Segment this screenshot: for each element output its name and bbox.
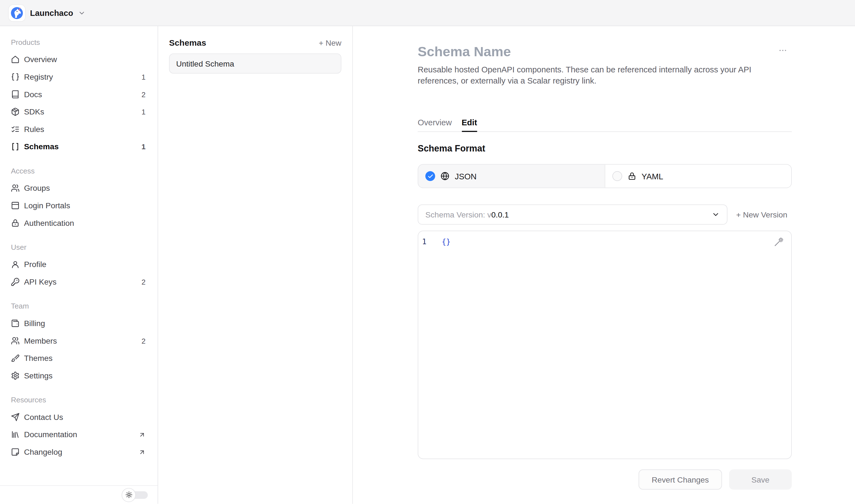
sidebar-item-label: Overview — [24, 55, 57, 64]
wallet-icon — [11, 319, 19, 327]
sidebar-section-resources: Resources Contact Us Documentation Chang… — [11, 391, 146, 461]
ellipsis-icon — [778, 46, 787, 55]
sidebar-item-sdks[interactable]: SDKs 1 — [11, 103, 146, 121]
count-badge: 1 — [141, 73, 146, 81]
panel-top-icon — [11, 201, 19, 210]
sidebar-item-label: Changelog — [24, 448, 62, 456]
revert-changes-button[interactable]: Revert Changes — [639, 469, 722, 489]
sidebar-item-label: Billing — [24, 319, 45, 327]
workspace-switcher[interactable]: Launchaco — [8, 5, 86, 21]
topbar: Launchaco — [0, 0, 855, 26]
key-icon — [11, 277, 19, 286]
save-button[interactable]: Save — [729, 469, 792, 489]
sidebar-item-groups[interactable]: Groups — [11, 179, 146, 197]
lock-icon — [627, 172, 636, 180]
section-label: User — [11, 238, 146, 256]
theme-toggle[interactable] — [122, 488, 148, 502]
sidebar-item-label: Rules — [24, 125, 44, 133]
sidebar-item-docs[interactable]: Docs 2 — [11, 86, 146, 103]
sidebar-item-themes[interactable]: Themes — [11, 349, 146, 367]
sidebar-item-label: Settings — [24, 371, 53, 380]
braces-icon — [11, 72, 19, 81]
sidebar-item-login-portals[interactable]: Login Portals — [11, 197, 146, 214]
arrow-up-right-icon — [138, 448, 145, 455]
format-option-label: YAML — [642, 172, 663, 181]
gear-icon — [11, 371, 19, 380]
schema-version-dropdown[interactable]: Schema Version: v0.0.1 — [418, 204, 727, 224]
count-badge: 2 — [141, 90, 146, 98]
schema-list-item[interactable]: Untitled Schema — [169, 53, 341, 73]
sidebar-item-label: SDKs — [24, 107, 44, 116]
format-option-json[interactable]: JSON — [418, 165, 605, 187]
editor-actions: Revert Changes Save — [418, 469, 792, 503]
note-icon — [11, 448, 19, 456]
sidebar-item-contact-us[interactable]: Contact Us — [11, 409, 146, 426]
count-badge: 2 — [141, 337, 146, 345]
toggle-knob — [122, 488, 136, 502]
sidebar-item-overview[interactable]: Overview — [11, 51, 146, 68]
sidebar-item-label: Documentation — [24, 430, 77, 439]
brackets-icon — [11, 142, 19, 151]
send-icon — [11, 413, 19, 421]
tab-overview[interactable]: Overview — [418, 113, 452, 131]
book-icon — [11, 90, 19, 98]
radio-checked-icon — [425, 171, 435, 181]
sidebar-item-changelog[interactable]: Changelog — [11, 443, 146, 461]
app-root: Launchaco Products Overview Registry 1 — [0, 0, 855, 504]
schema-description: Reusable hosted OpenAPI components. Thes… — [418, 64, 791, 86]
sidebar-item-billing[interactable]: Billing — [11, 314, 146, 332]
globe-icon — [441, 172, 449, 180]
sidebar-item-authentication[interactable]: Authentication — [11, 214, 146, 232]
new-version-button[interactable]: + New Version — [736, 210, 787, 219]
sidebar-item-api-keys[interactable]: API Keys 2 — [11, 273, 146, 291]
sidebar-item-label: Login Portals — [24, 201, 70, 210]
more-options-button[interactable] — [778, 46, 787, 56]
format-code-button[interactable] — [774, 237, 784, 249]
main-panel: Schema Name Reusable hosted OpenAPI comp… — [353, 26, 855, 504]
sidebar-item-label: Themes — [24, 354, 53, 362]
count-badge: 1 — [141, 108, 146, 116]
format-option-label: JSON — [455, 172, 477, 181]
sidebar-item-settings[interactable]: Settings — [11, 367, 146, 384]
schema-header: Schema Name — [418, 44, 792, 59]
chevron-down-icon — [712, 211, 720, 219]
format-option-yaml[interactable]: YAML — [605, 165, 791, 187]
sidebar-item-rules[interactable]: Rules — [11, 121, 146, 138]
line-number: 1 — [422, 236, 429, 247]
page-title: Schema Name — [418, 43, 511, 59]
code-editor[interactable]: 1 {} — [418, 231, 792, 459]
sidebar-item-label: API Keys — [24, 277, 56, 286]
users-icon — [11, 184, 19, 193]
sidebar-section-products: Products Overview Registry 1 Docs 2 — [11, 33, 146, 155]
sidebar-item-members[interactable]: Members 2 — [11, 332, 146, 349]
sidebar-item-label: Registry — [24, 72, 53, 81]
tab-bar: Overview Edit — [418, 113, 792, 132]
sidebar-item-label: Groups — [24, 184, 50, 193]
app-body: Products Overview Registry 1 Docs 2 — [0, 26, 855, 504]
schema-format-heading: Schema Format — [418, 143, 792, 154]
schemas-panel-title: Schemas — [169, 38, 206, 48]
sidebar-item-label: Contact Us — [24, 413, 63, 421]
sidebar-item-profile[interactable]: Profile — [11, 256, 146, 273]
sidebar-footer — [0, 485, 158, 504]
sidebar-section-access: Access Groups Login Portals Authenticati… — [11, 162, 146, 232]
new-schema-button[interactable]: + New — [319, 39, 341, 47]
launchaco-logo-icon — [8, 5, 25, 21]
tab-edit[interactable]: Edit — [462, 113, 477, 131]
chevron-down-icon — [78, 9, 86, 16]
home-icon — [11, 55, 19, 64]
format-selector: JSON YAML — [418, 164, 792, 188]
sidebar-item-label: Docs — [24, 90, 42, 98]
sidebar-item-registry[interactable]: Registry 1 — [11, 68, 146, 86]
list-checks-icon — [11, 125, 19, 133]
sidebar-item-documentation[interactable]: Documentation — [11, 426, 146, 443]
user-icon — [11, 260, 19, 269]
sidebar-item-schemas[interactable]: Schemas 1 — [11, 138, 146, 155]
section-label: Resources — [11, 391, 146, 409]
sidebar-item-label: Profile — [24, 260, 46, 269]
users-icon — [11, 336, 19, 345]
sidebar-item-label: Members — [24, 336, 57, 345]
sidebar-item-label: Authentication — [24, 219, 74, 227]
sidebar-section-user: User Profile API Keys 2 — [11, 238, 146, 291]
paintbrush-icon — [11, 354, 19, 362]
